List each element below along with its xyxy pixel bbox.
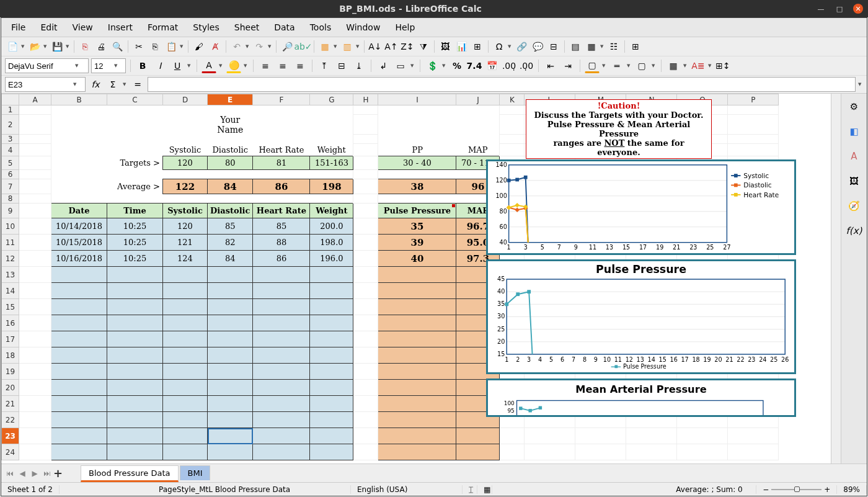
cell-D17[interactable] <box>163 331 208 347</box>
cell-D7[interactable]: 122 <box>163 179 208 194</box>
cell-H3[interactable] <box>353 135 378 144</box>
border-color-icon[interactable]: ▢ <box>634 58 649 73</box>
cell-F9[interactable]: Heart Rate <box>253 204 310 218</box>
sort-icon[interactable]: Z↕ <box>400 39 415 54</box>
cell-G14[interactable] <box>310 283 353 299</box>
cell-E18[interactable] <box>208 347 253 364</box>
cell-P1[interactable] <box>728 105 779 115</box>
cell-D10[interactable]: 120 <box>163 218 208 235</box>
cell-D22[interactable] <box>163 412 208 428</box>
cell-G23[interactable] <box>310 428 353 444</box>
cell-B9[interactable]: Date <box>51 204 107 218</box>
cell-E21[interactable] <box>208 396 253 412</box>
cell-A14[interactable] <box>19 283 51 299</box>
valign-mid-icon[interactable]: ⊟ <box>334 58 349 73</box>
find-icon[interactable]: 🔎 <box>280 39 294 54</box>
cell-F13[interactable] <box>253 267 310 283</box>
cell-K4[interactable] <box>500 144 525 156</box>
menu-sheet[interactable]: Sheet <box>228 20 265 34</box>
cell-B7[interactable] <box>51 179 107 194</box>
cell-D21[interactable] <box>163 396 208 412</box>
cell-E23[interactable] <box>208 428 253 444</box>
menu-edit[interactable]: Edit <box>34 20 63 34</box>
cell-I21[interactable] <box>378 396 456 412</box>
cell-E6[interactable] <box>208 170 253 179</box>
cell-J2[interactable] <box>456 115 500 135</box>
cell-C1[interactable] <box>107 105 163 115</box>
cell-J23[interactable] <box>456 428 500 444</box>
cell-C7[interactable]: Average > <box>107 179 163 194</box>
cell-F4[interactable]: Heart Rate <box>253 144 310 156</box>
cell-F24[interactable] <box>253 444 310 460</box>
cell-I13[interactable] <box>378 267 456 283</box>
cell-I20[interactable] <box>378 380 456 396</box>
zoom-percent[interactable]: 89% <box>837 485 867 494</box>
freeze2-icon[interactable]: ▦ <box>584 39 599 54</box>
cell-C12[interactable]: 10:25 <box>107 251 163 267</box>
cell-G17[interactable] <box>310 331 353 347</box>
col-header-A[interactable]: A <box>19 94 51 105</box>
col-header-J[interactable]: J <box>456 94 500 105</box>
autoformat-icon[interactable]: ⊞↕ <box>715 58 730 73</box>
cell-D3[interactable] <box>163 135 208 144</box>
cell-H12[interactable] <box>353 251 378 267</box>
condformat-icon[interactable]: A≣ <box>691 58 706 73</box>
cell-B12[interactable]: 10/16/2018 <box>51 251 107 267</box>
row-header-14[interactable]: 14 <box>2 283 19 299</box>
cell-H16[interactable] <box>353 315 378 331</box>
window-icon[interactable]: ⊞ <box>628 39 643 54</box>
cell-D15[interactable] <box>163 299 208 315</box>
bold-icon[interactable]: B <box>135 58 150 73</box>
cell-G21[interactable] <box>310 396 353 412</box>
row-header-12[interactable]: 12 <box>2 251 19 267</box>
row-header-24[interactable]: 24 <box>2 444 19 460</box>
cell-I5[interactable]: 30 - 40 <box>378 156 456 170</box>
close-button[interactable]: ✕ <box>853 4 863 14</box>
link-icon[interactable]: 🔗 <box>514 39 529 54</box>
cell-C21[interactable] <box>107 396 163 412</box>
cell-B23[interactable] <box>51 428 107 444</box>
chart-pp[interactable]: Pulse Pressure15202530354045123456789101… <box>486 259 796 374</box>
cell-A23[interactable] <box>19 428 51 444</box>
properties-icon[interactable]: ⚙ <box>846 99 862 115</box>
col-header-H[interactable]: H <box>353 94 378 105</box>
cell-J1[interactable] <box>456 105 500 115</box>
cell-P23[interactable] <box>728 428 779 444</box>
open-icon[interactable]: 📂 <box>27 39 42 54</box>
cell-D20[interactable] <box>163 380 208 396</box>
minimize-button[interactable]: — <box>816 4 826 14</box>
row-header-9[interactable]: 9 <box>2 204 19 218</box>
cell-B18[interactable] <box>51 347 107 364</box>
col-header-C[interactable]: C <box>107 94 163 105</box>
cell-C17[interactable] <box>107 331 163 347</box>
percent-icon[interactable]: % <box>450 58 464 73</box>
cell-I23[interactable] <box>378 428 456 444</box>
cell-A11[interactable] <box>19 235 51 251</box>
row-header-13[interactable]: 13 <box>2 267 19 283</box>
cell-H13[interactable] <box>353 267 378 283</box>
cell-E7[interactable]: 84 <box>208 179 253 194</box>
cell-H15[interactable] <box>353 299 378 315</box>
menu-help[interactable]: Help <box>389 20 421 34</box>
cell-D14[interactable] <box>163 283 208 299</box>
menu-view[interactable]: View <box>66 20 99 34</box>
cell-G4[interactable]: Weight <box>310 144 353 156</box>
row-header-5[interactable]: 5 <box>2 156 19 170</box>
cell-E22[interactable] <box>208 412 253 428</box>
cell-K3[interactable] <box>500 135 525 144</box>
date-icon[interactable]: 📅 <box>484 58 499 73</box>
cell-B5[interactable] <box>51 156 107 170</box>
cell-I24[interactable] <box>378 444 456 460</box>
cell-B19[interactable] <box>51 364 107 380</box>
cell-A12[interactable] <box>19 251 51 267</box>
cell-D12[interactable]: 124 <box>163 251 208 267</box>
cell-G9[interactable]: Weight <box>310 204 353 218</box>
image-icon[interactable]: 🖼 <box>438 39 453 54</box>
chart-icon[interactable]: 📊 <box>454 39 469 54</box>
pdf-icon[interactable]: ⎘ <box>78 39 92 54</box>
cell-B20[interactable] <box>51 380 107 396</box>
menu-format[interactable]: Format <box>141 20 184 34</box>
cell-A19[interactable] <box>19 364 51 380</box>
freeze-icon[interactable]: ▤ <box>568 39 583 54</box>
cell-F23[interactable] <box>253 428 310 444</box>
